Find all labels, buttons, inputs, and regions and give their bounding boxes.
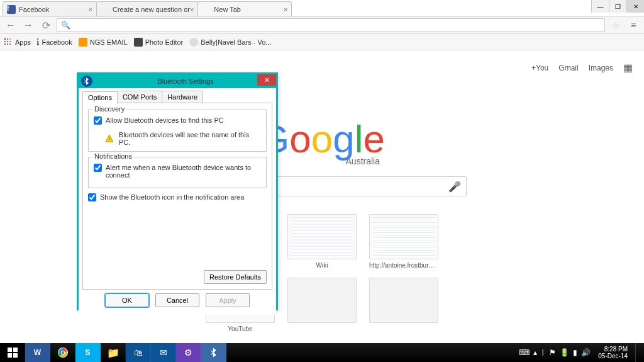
mic-icon[interactable]: 🎤 [448, 181, 461, 193]
taskbar-bluetooth[interactable] [201, 343, 226, 362]
allow-discovery-checkbox[interactable] [94, 116, 102, 125]
dialog-buttons: OK Cancel Apply [82, 290, 272, 312]
tab-options[interactable]: Options [82, 91, 118, 103]
discovery-warning: Bluetooth devices will see the name of t… [119, 131, 261, 146]
volume-icon[interactable]: 🔊 [581, 348, 591, 357]
plus-you-link[interactable]: +You [531, 64, 548, 72]
tab-label: New Tab [214, 6, 241, 13]
chevron-up-icon[interactable]: ▴ [533, 348, 537, 357]
thumb-label: http://antoine.frostburg.edu/ [369, 262, 438, 269]
taskbar-word[interactable]: W [25, 343, 50, 362]
svg-rect-4 [8, 353, 12, 358]
discovery-legend: Discovery [92, 105, 126, 113]
bookmark-star-button[interactable]: ☆ [609, 19, 623, 31]
apply-button[interactable]: Apply [206, 293, 250, 307]
clock-date: 05-Dec-14 [598, 353, 628, 359]
dialog-close-button[interactable]: ✕ [257, 74, 276, 86]
chrome-menu-button[interactable]: ≡ [626, 19, 640, 31]
bookmark-photo-editor[interactable]: Photo Editor [134, 38, 184, 47]
thumbnail-tile-empty[interactable] [287, 278, 357, 332]
tab-label: Facebook [19, 6, 49, 13]
reload-button[interactable]: ⟳ [39, 19, 53, 31]
page-icon [189, 38, 198, 47]
alert-connect-checkbox[interactable] [94, 164, 102, 172]
apps-button[interactable]: Apps [4, 38, 31, 47]
window-close-button[interactable]: ✕ [626, 0, 644, 13]
svg-rect-3 [13, 348, 18, 352]
keyboard-icon[interactable]: ⌨ [519, 348, 530, 357]
close-icon[interactable]: × [284, 6, 287, 13]
back-button[interactable]: ← [4, 19, 18, 31]
close-icon[interactable]: × [89, 6, 92, 13]
gmail-link[interactable]: Gmail [558, 64, 578, 72]
notifications-group: Notifications Alert me when a new Blueto… [88, 157, 267, 188]
show-icon-label: Show the Bluetooth icon in the notificat… [100, 193, 244, 201]
action-center-icon[interactable]: ⚑ [549, 348, 556, 357]
taskbar-explorer[interactable]: 📁 [101, 343, 126, 362]
close-icon[interactable]: × [190, 6, 194, 13]
start-button[interactable] [0, 343, 25, 362]
facebook-icon: f [7, 5, 16, 14]
facebook-icon: f [37, 38, 39, 45]
window-restore-button[interactable]: ❐ [609, 0, 626, 13]
discovery-group: Discovery Allow Bluetooth devices to fin… [88, 110, 267, 152]
show-icon-checkbox[interactable] [88, 193, 96, 201]
show-desktop-button[interactable] [635, 343, 640, 362]
allow-discovery-label: Allow Bluetooth devices to find this PC [106, 116, 224, 124]
google-logo: Google Australia [259, 116, 385, 166]
warning-icon: ! [105, 134, 114, 143]
svg-point-9 [61, 351, 64, 354]
browser-tab-newtab[interactable]: New Tab × [197, 1, 292, 16]
cancel-button[interactable]: Cancel [155, 293, 199, 307]
system-tray: ⌨ ▴ ᛒ ⚑ 🔋 ▮ 🔊 8:28 PM 05-Dec-14 [515, 343, 644, 362]
bookmarks-bar: Apps fFacebook NGS EMAIL Photo Editor Be… [0, 34, 644, 50]
dialog-title: Bluetooth Settings [95, 77, 276, 85]
email-icon [79, 38, 87, 47]
browser-toolbar: ← → ⟳ 🔍 ☆ ≡ [0, 16, 644, 34]
svg-text:!: ! [109, 136, 110, 142]
thumbnail-tile[interactable]: Wiki [287, 214, 357, 269]
bookmark-label: Facebook [42, 38, 72, 46]
taskbar-mail[interactable]: ✉ [151, 343, 176, 362]
clock-time: 8:28 PM [598, 346, 628, 353]
images-link[interactable]: Images [589, 64, 613, 72]
svg-rect-2 [8, 348, 12, 352]
bookmark-label: Belly|Navel Bars - Vo... [201, 38, 271, 46]
thumb-label: Wiki [287, 262, 357, 269]
windows-taskbar: W S 📁 🛍 ✉ ⚙ ⌨ ▴ ᛒ ⚑ 🔋 ▮ 🔊 8:28 PM 05-Dec… [0, 343, 644, 362]
browser-tab-strip: f Facebook × Create a new question or × … [0, 0, 644, 16]
bookmark-facebook[interactable]: fFacebook [37, 38, 72, 46]
ok-button[interactable]: OK [105, 293, 149, 307]
bookmark-ngs-email[interactable]: NGS EMAIL [79, 38, 128, 47]
google-apps-icon[interactable]: ▦ [623, 62, 633, 74]
thumbnail-tile[interactable]: http://antoine.frostburg.edu/ [369, 214, 438, 269]
dialog-title-bar[interactable]: Bluetooth Settings ✕ [79, 74, 276, 88]
alert-connect-label: Alert me when a new Bluetooth device wan… [106, 164, 261, 179]
browser-tab-question[interactable]: Create a new question or × [96, 1, 198, 16]
tab-com-ports[interactable]: COM Ports [117, 91, 162, 103]
network-icon[interactable]: ▮ [573, 348, 577, 357]
bookmark-label: Photo Editor [145, 38, 184, 46]
tab-hardware[interactable]: Hardware [162, 91, 203, 103]
svg-rect-5 [13, 353, 18, 358]
browser-tab-facebook[interactable]: f Facebook × [3, 1, 97, 16]
bookmark-belly[interactable]: Belly|Navel Bars - Vo... [189, 38, 271, 47]
bluetooth-tray-icon[interactable]: ᛒ [541, 348, 545, 357]
forward-button[interactable]: → [21, 19, 35, 31]
blank-icon [202, 5, 211, 14]
clock[interactable]: 8:28 PM 05-Dec-14 [594, 346, 631, 359]
taskbar-settings[interactable]: ⚙ [176, 343, 201, 362]
thumb-label: YouTube [206, 325, 275, 332]
thumbnail-tile-empty[interactable] [369, 278, 438, 332]
dialog-tabs: Options COM Ports Hardware [82, 91, 272, 103]
search-icon: 🔍 [61, 21, 70, 30]
apps-icon [4, 38, 13, 47]
taskbar-store[interactable]: 🛍 [126, 343, 151, 362]
restore-defaults-button[interactable]: Restore Defaults [204, 270, 267, 284]
taskbar-skype[interactable]: S [75, 343, 101, 362]
bluetooth-icon [81, 76, 92, 87]
taskbar-chrome[interactable] [50, 343, 75, 362]
battery-icon[interactable]: 🔋 [560, 348, 569, 357]
window-minimize-button[interactable]: — [591, 0, 609, 13]
address-bar[interactable]: 🔍 [57, 18, 605, 32]
